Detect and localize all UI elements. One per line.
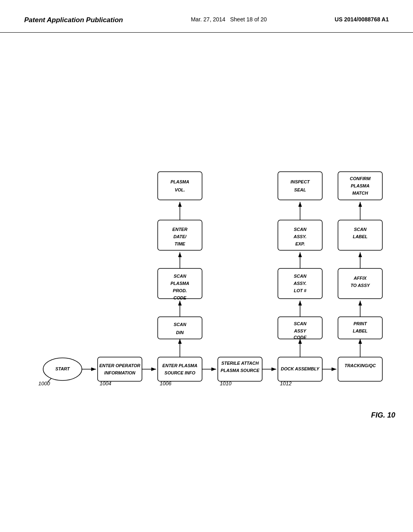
label-scanlot-3: LOT # bbox=[294, 288, 307, 293]
label-printlabel-2: LABEL bbox=[353, 328, 368, 333]
label-tracking-1: TRACKING/QC bbox=[344, 363, 376, 368]
diagram-area: 1000 START ENTER OPERATOR INFORMATION 10… bbox=[0, 33, 413, 520]
label-dock: DOCK ASSEMBLY bbox=[281, 366, 320, 371]
label-scanassycode-2: ASSY bbox=[294, 328, 307, 333]
header-sheet: Sheet 18 of 20 bbox=[230, 16, 267, 23]
ref-1010: 1010 bbox=[220, 380, 232, 387]
label-enterdate-2: DATE/ bbox=[173, 234, 187, 239]
header-date: Mar. 27, 2014 bbox=[191, 16, 225, 23]
header-title: Patent Application Publication bbox=[24, 16, 123, 24]
box-plasma-vol bbox=[158, 172, 202, 200]
label-scanplasma-3: PROD. bbox=[173, 288, 187, 293]
box-print-label bbox=[338, 317, 382, 339]
label-affix-1: AFFIX bbox=[353, 276, 367, 281]
label-scanlabel-1: SCAN bbox=[354, 227, 367, 232]
header-center: Mar. 27, 2014 Sheet 18 of 20 bbox=[191, 16, 267, 23]
box-enter-operator bbox=[98, 357, 142, 381]
box-scan-din bbox=[158, 317, 202, 339]
label-scanlabel-2: LABEL bbox=[353, 234, 368, 239]
ref-1012: 1012 bbox=[280, 380, 292, 387]
fig-label: FIG. 10 bbox=[371, 411, 395, 419]
label-scanassycode-3: CODE bbox=[294, 335, 307, 340]
start-label: START bbox=[55, 366, 70, 371]
label-scanplasma-2: PLASMA bbox=[171, 281, 190, 286]
label-enter-operator-2: INFORMATION bbox=[104, 370, 136, 375]
flowchart-svg: 1000 START ENTER OPERATOR INFORMATION 10… bbox=[0, 33, 413, 520]
ref-1006: 1006 bbox=[160, 380, 172, 387]
label-plasma-source-2: SOURCE INFO bbox=[165, 370, 196, 375]
label-plasmavol-2: VOL. bbox=[175, 187, 185, 192]
label-affix-2: TO ASSY bbox=[350, 283, 370, 288]
label-scanplasma-4: CODE bbox=[173, 295, 186, 300]
label-sterile-2: PLASMA SOURCE bbox=[221, 368, 260, 373]
ref-1004: 1004 bbox=[100, 380, 111, 387]
page-header: Patent Application Publication Mar. 27, … bbox=[0, 0, 413, 33]
label-printlabel-1: PRINT bbox=[354, 321, 367, 326]
label-plasma-source-1: ENTER PLASMA bbox=[163, 363, 198, 368]
label-enterdate-1: ENTER bbox=[172, 227, 187, 232]
label-scandin-2: DIN bbox=[176, 330, 184, 335]
label-enter-operator-1: ENTER OPERATOR bbox=[99, 363, 140, 368]
box-enter-plasma-source bbox=[158, 357, 202, 381]
label-inspectseal-2: SEAL bbox=[294, 187, 306, 192]
header-patent: US 2014/0088768 A1 bbox=[335, 16, 389, 23]
label-scanlot-2: ASSY. bbox=[293, 281, 307, 286]
box-tracking bbox=[338, 357, 382, 381]
label-scanassycode-1: SCAN bbox=[294, 321, 307, 326]
label-sterile-1: STERILE ATTACH bbox=[221, 361, 259, 366]
label-confirm-3: MATCH bbox=[353, 191, 369, 195]
label-scanexp-1: SCAN bbox=[294, 227, 307, 232]
label-inspectseal-1: INSPECT bbox=[290, 179, 310, 184]
label-scandin-1: SCAN bbox=[173, 322, 186, 327]
label-plasmavol-1: PLASMA bbox=[171, 179, 190, 184]
label-confirm-2: PLASMA bbox=[351, 183, 370, 188]
label-scanlot-1: SCAN bbox=[294, 274, 307, 278]
label-enterdate-3: TIME bbox=[175, 241, 186, 246]
label-confirm-1: CONFIRM bbox=[350, 176, 371, 181]
box-inspect-seal bbox=[278, 172, 322, 200]
label-scanexp-2: ASSY. bbox=[293, 234, 307, 239]
label-scanexp-3: EXP. bbox=[295, 241, 305, 246]
label-scanplasma-1: SCAN bbox=[173, 274, 186, 278]
